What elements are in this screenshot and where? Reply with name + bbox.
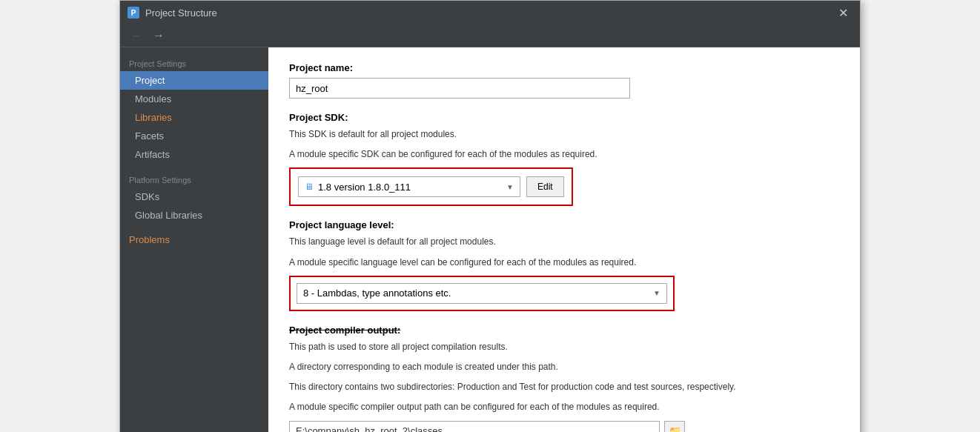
sdk-desc2: A module specific SDK can be configured …: [289, 147, 839, 162]
output-path-row: 📁: [289, 421, 839, 433]
lang-highlighted-box: 8 - Lambdas, type annotations etc. ▼: [289, 276, 675, 311]
titlebar: P Project Structure ✕: [120, 1, 860, 24]
sdk-desc1: This SDK is default for all project modu…: [289, 127, 839, 142]
project-sdk-label: Project SDK:: [289, 112, 839, 123]
compiler-output-label: Project compiler output:: [289, 325, 839, 336]
lang-desc1: This language level is default for all p…: [289, 235, 839, 249]
sidebar-item-problems[interactable]: Problems: [120, 230, 268, 249]
app-icon: P: [128, 7, 139, 19]
platform-settings-section-label: Platform Settings: [120, 170, 268, 187]
folder-browse-button[interactable]: 📁: [664, 421, 685, 433]
sidebar-item-modules[interactable]: Modules: [120, 90, 268, 108]
project-structure-dialog: P Project Structure ✕ ← → Project Settin…: [119, 0, 861, 432]
project-language-label: Project language level:: [289, 219, 839, 230]
project-language-section: Project language level: This language le…: [289, 219, 839, 310]
compiler-desc1: This path is used to store all project c…: [289, 340, 839, 354]
sdk-dropdown-arrow: ▼: [506, 183, 514, 191]
language-level-dropdown[interactable]: 8 - Lambdas, type annotations etc. ▼: [297, 283, 667, 304]
sidebar-item-global-libraries[interactable]: Global Libraries: [120, 206, 268, 225]
sdk-dropdown-inner: 🖥 1.8 version 1.8.0_111: [305, 182, 411, 193]
lang-desc2: A module specific language level can be …: [289, 256, 839, 270]
project-sdk-section: Project SDK: This SDK is default for all…: [289, 112, 839, 206]
sdk-highlighted-box: 🖥 1.8 version 1.8.0_111 ▼ Edit: [289, 167, 573, 206]
lang-dropdown-arrow: ▼: [653, 289, 660, 297]
sdk-dropdown[interactable]: 🖥 1.8 version 1.8.0_111 ▼: [298, 176, 520, 197]
folder-icon: 📁: [669, 425, 681, 433]
titlebar-left: P Project Structure: [128, 7, 217, 19]
sidebar-divider2: [120, 225, 268, 230]
sdk-version-label: 1.8 version 1.8.0_111: [318, 182, 411, 193]
sidebar: Project Settings Project Modules Librari…: [120, 47, 268, 432]
sdk-icon: 🖥: [305, 182, 314, 192]
close-button[interactable]: ✕: [834, 4, 852, 21]
compiler-desc4: A module specific compiler output path c…: [289, 400, 839, 414]
project-settings-section-label: Project Settings: [120, 53, 268, 71]
forward-button[interactable]: →: [150, 27, 168, 44]
sidebar-divider: [120, 164, 268, 170]
compiler-output-label-text: Project compiler output:: [289, 325, 400, 336]
compiler-desc2: A directory corresponding to each module…: [289, 360, 839, 374]
lang-value-label: 8 - Lambdas, type annotations etc.: [303, 288, 451, 299]
back-button[interactable]: ←: [128, 27, 145, 44]
sidebar-item-project[interactable]: Project: [120, 71, 268, 90]
main-panel: Project name: Project SDK: This SDK is d…: [268, 47, 860, 432]
sdk-edit-button[interactable]: Edit: [526, 176, 564, 197]
toolbar: ← →: [120, 24, 860, 47]
sidebar-item-libraries[interactable]: Libraries: [120, 108, 268, 127]
project-name-input[interactable]: [289, 78, 630, 99]
compiler-output-section: Project compiler output: This path is us…: [289, 325, 839, 432]
main-content: Project Settings Project Modules Librari…: [120, 47, 860, 432]
sidebar-item-sdks[interactable]: SDKs: [120, 187, 268, 206]
compiler-desc3: This directory contains two subdirectori…: [289, 380, 839, 394]
dialog-title: Project Structure: [145, 7, 217, 19]
project-name-label: Project name:: [289, 62, 839, 73]
sidebar-item-artifacts[interactable]: Artifacts: [120, 145, 268, 164]
compiler-output-path-input[interactable]: [289, 421, 660, 433]
sidebar-item-facets[interactable]: Facets: [120, 127, 268, 145]
project-name-section: Project name:: [289, 62, 839, 99]
